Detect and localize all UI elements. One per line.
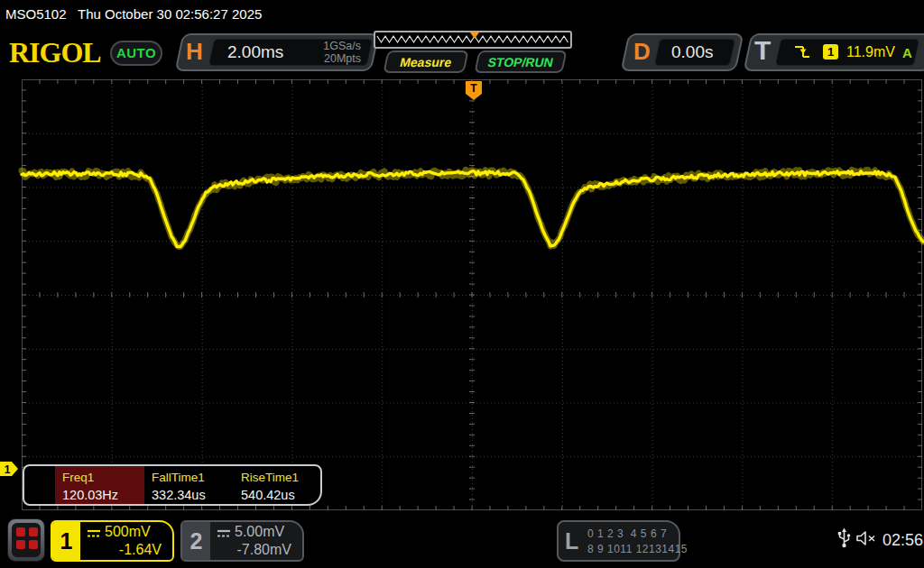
trigger-source-number: 1: [827, 45, 834, 59]
measure-button-label: Measure: [399, 55, 453, 69]
measurement-label: RiseTime1: [241, 471, 299, 484]
delay-label: D: [633, 38, 651, 66]
trigger-marker-letter: T: [470, 82, 477, 95]
measurement-cell-risetime[interactable]: RiseTime1 540.42us: [234, 466, 323, 504]
trigger-position-marker[interactable]: T: [465, 80, 483, 105]
measurement-value: 120.03Hz: [62, 488, 118, 502]
measurement-label: FallTime1: [152, 471, 205, 484]
rigol-logo: RIGOL: [9, 36, 101, 69]
stop-run-button-label: STOP/RUN: [486, 55, 554, 69]
trigger-label: T: [754, 35, 771, 66]
memory-depth: 20Mpts: [289, 52, 361, 65]
auto-mode-label: AUTO: [116, 45, 156, 60]
timebase-value[interactable]: 2.00ms: [227, 42, 283, 62]
delay-value[interactable]: 0.00s: [671, 42, 713, 62]
channel1-marker-number: 1: [5, 463, 11, 476]
horizontal-label: H: [186, 38, 203, 66]
acquisition-info: 1GSa/s 20Mpts: [289, 40, 361, 65]
channel1-marker-icon: 1: [0, 462, 19, 477]
waveform-preview-strip[interactable]: [374, 31, 572, 49]
auto-mode-indicator[interactable]: AUTO: [110, 41, 162, 66]
measurement-value: 540.42us: [241, 488, 295, 502]
trigger-source-badge[interactable]: 1: [823, 44, 838, 60]
trigger-mode-indicator: A: [902, 45, 912, 60]
measurement-panel[interactable]: Freq1 120.03Hz FallTime1 332.34us RiseTi…: [23, 464, 322, 506]
measurement-value: 332.34us: [152, 488, 206, 502]
preview-zigzag: [375, 32, 570, 47]
measure-button[interactable]: Measure: [383, 50, 468, 73]
sample-rate: 1GSa/s: [289, 40, 361, 52]
channel1-level-marker[interactable]: 1: [0, 462, 19, 481]
measurement-label: Freq1: [62, 471, 94, 484]
stop-run-button[interactable]: STOP/RUN: [474, 50, 567, 73]
trigger-level-value[interactable]: 11.9mV: [846, 44, 895, 60]
measurement-cell-falltime[interactable]: FallTime1 332.34us: [144, 466, 234, 504]
oscilloscope-screen: MSO5102 Thu October 30 02:56:27 2025 T 1…: [0, 0, 924, 568]
falling-edge-icon: [794, 45, 810, 60]
measurement-cell-freq[interactable]: Freq1 120.03Hz: [55, 466, 144, 504]
trigger-marker-icon: T: [465, 80, 483, 101]
